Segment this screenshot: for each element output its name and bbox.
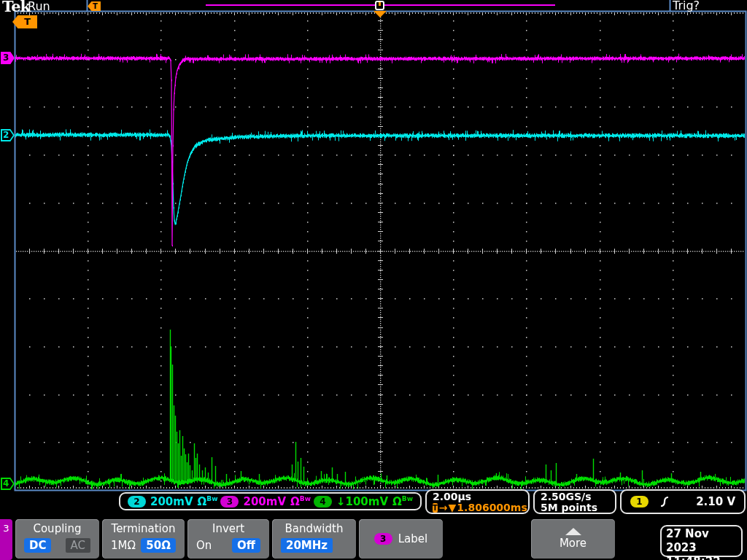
ch2-bw-limit: Bw [206, 495, 217, 502]
ch4-scale: ↓100mV [336, 495, 388, 508]
bandwidth-value[interactable]: 20MHz [281, 538, 333, 553]
coupling-title: Coupling [15, 519, 99, 535]
graticule-canvas [0, 0, 747, 560]
record-length: 5M points [541, 502, 609, 513]
label-button[interactable]: 3 Label [359, 519, 443, 559]
ch3-marker-label: 3 [3, 52, 9, 63]
rising-edge-icon [660, 496, 670, 508]
trigger-level-value: 2.10 V [696, 495, 735, 508]
ch4-reference-marker[interactable]: 4 [1, 478, 15, 490]
termination-1m-option[interactable]: 1MΩ [111, 539, 136, 552]
coupling-dc-option[interactable]: DC [24, 538, 51, 553]
ch3-badge: 3 [220, 496, 239, 508]
trigger-status: Trig? [673, 0, 700, 12]
coupling-ac-option[interactable]: AC [66, 538, 90, 553]
ch4-invert-arrow: ↓ [336, 495, 346, 508]
record-window-bar [379, 2, 381, 6]
label-channel-badge: 3 [374, 533, 392, 545]
ch2-impedance: ΩBw [198, 495, 218, 508]
acquisition-readout[interactable]: 2.50GS/s 5M points [533, 489, 616, 514]
ch3-reference-marker[interactable]: 3 [1, 52, 15, 64]
ch2-scale: 200mV [150, 495, 193, 508]
time-value: 11:48:22 [666, 555, 737, 560]
ch2-reference-marker[interactable]: 2 [1, 129, 15, 141]
coupling-button[interactable]: Coupling DC AC [15, 519, 99, 559]
date-value: 27 Nov 2023 [666, 527, 737, 555]
delay-value: 1.806000ms [457, 502, 527, 513]
oscilloscope-screen: Tek Run Trig? T T 3 2 4 2 200mV ΩBw 3 20… [0, 0, 747, 560]
timebase-scale: 2.00µs [433, 491, 522, 502]
ch3-impedance: ΩBw [290, 495, 311, 508]
termination-50-option[interactable]: 50Ω [141, 538, 176, 553]
trigger-position-icon[interactable] [374, 11, 387, 18]
bandwidth-title: Bandwidth [272, 519, 356, 535]
invert-on-option[interactable]: On [196, 539, 212, 552]
trigger-source-badge: 1 [630, 496, 649, 508]
acquisition-status: Run [28, 0, 50, 13]
menu-channel-tab[interactable]: 3 [0, 519, 12, 560]
bandwidth-button[interactable]: Bandwidth 20MHz [272, 519, 356, 559]
more-title: More [560, 537, 587, 550]
ch2-marker-label: 2 [3, 130, 9, 141]
invert-button[interactable]: Invert On Off [187, 519, 269, 559]
ch4-badge: 4 [314, 496, 332, 508]
ch4-marker-label: 4 [3, 478, 9, 489]
record-window-marker[interactable] [375, 1, 384, 10]
ch4-readout[interactable]: 4 ↓100mV ΩBw [314, 495, 413, 508]
ch3-readout[interactable]: 3 200mV ΩBw [220, 495, 311, 508]
datetime-box: 27 Nov 2023 11:48:22 [660, 525, 743, 557]
invert-off-option[interactable]: Off [232, 538, 260, 553]
trigger-delay: T→▼1.806000ms [433, 502, 522, 513]
ch4-bw-limit: Bw [402, 495, 413, 502]
horizontal-readout[interactable]: 2.00µs T→▼1.806000ms [425, 489, 530, 514]
ch3-bw-limit: Bw [300, 495, 311, 502]
more-button[interactable]: More [531, 519, 615, 559]
tek-logo: Tek [2, 0, 30, 15]
more-up-triangle-icon [565, 528, 581, 535]
invert-title: Invert [187, 519, 269, 535]
label-title: Label [398, 532, 427, 545]
sample-rate: 2.50GS/s [541, 491, 609, 502]
delay-trigger-icon: T [433, 503, 438, 513]
termination-button[interactable]: Termination 1MΩ 50Ω [102, 519, 185, 559]
ch3-scale: 200mV [243, 495, 286, 508]
channel-readouts: 2 200mV ΩBw 3 200mV ΩBw 4 ↓100mV ΩBw [119, 492, 422, 510]
ch2-badge: 2 [128, 496, 146, 508]
ch2-readout[interactable]: 2 200mV ΩBw [128, 495, 218, 508]
trigger-readout[interactable]: 1 2.10 V [620, 489, 746, 514]
termination-title: Termination [102, 519, 185, 535]
ch4-impedance: ΩBw [392, 495, 413, 508]
